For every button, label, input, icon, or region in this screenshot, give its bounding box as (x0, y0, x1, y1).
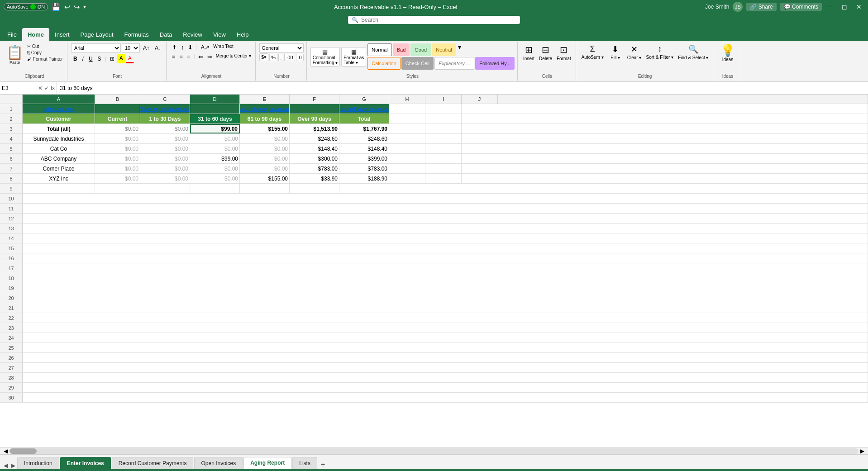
cell-a1[interactable]: Introduction (23, 104, 95, 114)
fill-button[interactable]: ⬇ Fill ▾ (606, 43, 625, 61)
cell-i2[interactable] (425, 114, 462, 124)
cell-f7[interactable]: $783.00 (290, 164, 339, 173)
tab-insert[interactable]: Insert (49, 28, 75, 41)
cell-empty[interactable] (23, 204, 868, 213)
cell-empty[interactable] (290, 184, 339, 193)
search-input[interactable] (361, 17, 516, 23)
scroll-sheets-next[interactable]: ▶ (10, 462, 17, 469)
cell-i1[interactable] (425, 104, 462, 114)
cell-empty[interactable] (23, 253, 868, 263)
sheet-grid[interactable]: 1 Introduction View open Invoices Record… (0, 104, 868, 447)
cell-e8[interactable]: $155.00 (240, 174, 290, 183)
insert-button[interactable]: ⊞ Insert (521, 43, 536, 62)
undo-icon[interactable]: ↩ (64, 3, 70, 11)
cell-j2[interactable] (462, 114, 868, 124)
wrap-text-button[interactable]: Wrap Text (212, 43, 235, 51)
tab-formulas[interactable]: Formulas (119, 28, 154, 41)
cell-c8[interactable]: $0.00 (140, 174, 190, 183)
format-as-table-button[interactable]: ▦ Format as Table ▾ (341, 47, 366, 67)
cell-i7[interactable] (425, 164, 462, 173)
cell-a8[interactable]: XYZ Inc (23, 174, 95, 183)
cell-empty[interactable] (23, 293, 868, 303)
styles-expand-button[interactable]: ▾ (457, 43, 462, 56)
cell-c4[interactable]: $0.00 (140, 134, 190, 143)
decrease-indent-button[interactable]: ⇐ (196, 53, 205, 61)
copy-button[interactable]: ⎘ Copy (26, 50, 64, 56)
align-right-button[interactable]: ≡ (185, 53, 192, 61)
cell-j3[interactable] (462, 124, 868, 133)
cell-d8[interactable]: $0.00 (190, 174, 240, 183)
sort-filter-button[interactable]: ↕ Sort & Filter ▾ (644, 43, 676, 61)
cell-g8[interactable]: $188.90 (339, 174, 389, 183)
border-button[interactable]: ⊞ (108, 55, 117, 63)
cell-b3[interactable]: $0.00 (95, 124, 140, 133)
cell-j5[interactable] (462, 144, 868, 153)
cell-i8[interactable] (425, 174, 462, 183)
cell-e5[interactable]: $0.00 (240, 144, 290, 153)
cell-c2[interactable]: 1 to 30 Days (140, 114, 190, 124)
cell-empty[interactable] (389, 184, 868, 193)
cell-d1[interactable] (190, 104, 240, 114)
cell-j6[interactable] (462, 154, 868, 163)
cell-a7[interactable]: Corner Place (23, 164, 95, 173)
cell-reference-box[interactable]: E3 (0, 82, 36, 94)
angle-text-button[interactable]: A↗ (199, 43, 212, 51)
redo-icon[interactable]: ↪ (74, 3, 80, 11)
cell-empty[interactable] (23, 233, 868, 243)
cell-d2[interactable]: 31 to 60 days (190, 114, 240, 124)
col-header-b[interactable]: B (95, 95, 140, 104)
cell-c5[interactable]: $0.00 (140, 144, 190, 153)
cell-j7[interactable] (462, 164, 868, 173)
font-size-select[interactable]: 10 (122, 43, 140, 52)
scrollbar-thumb[interactable] (10, 448, 37, 454)
underline-button[interactable]: U (86, 55, 95, 63)
delete-button[interactable]: ⊟ Delete (537, 43, 554, 62)
scroll-prev-button[interactable]: ◀ (2, 448, 10, 454)
align-center-button[interactable]: ≡ (178, 53, 185, 61)
cell-c1[interactable]: View open Invoices (140, 104, 190, 114)
col-header-i[interactable]: I (425, 95, 462, 104)
cell-e1[interactable]: Record/view payments (240, 104, 290, 114)
cell-empty[interactable] (23, 313, 868, 323)
cell-f4[interactable]: $248.60 (290, 134, 339, 143)
cell-e7[interactable]: $0.00 (240, 164, 290, 173)
scrollbar-track[interactable] (10, 448, 858, 454)
cell-f8[interactable]: $33.90 (290, 174, 339, 183)
cell-a3[interactable]: Total (all) (23, 124, 95, 133)
merge-center-button[interactable]: Merge & Center ▾ (215, 53, 253, 61)
cell-f6[interactable]: $300.00 (290, 154, 339, 163)
cell-h5[interactable] (389, 144, 425, 153)
cell-b1[interactable] (95, 104, 140, 114)
close-button[interactable]: ✕ (854, 2, 864, 11)
conditional-formatting-button[interactable]: ▤ Conditional Formatting ▾ (310, 47, 340, 67)
fill-color-button[interactable]: A (117, 54, 125, 63)
scroll-next-button[interactable]: ▶ (858, 448, 866, 454)
cell-i5[interactable] (425, 144, 462, 153)
cell-h4[interactable] (389, 134, 425, 143)
cell-empty[interactable] (23, 333, 868, 343)
cell-empty[interactable] (23, 323, 868, 333)
col-header-g[interactable]: G (339, 95, 389, 104)
cell-empty[interactable] (23, 353, 868, 362)
autosum-button[interactable]: Σ AutoSum ▾ (580, 43, 606, 61)
style-good[interactable]: Good (410, 43, 431, 56)
sheet-tab-aging-report[interactable]: Aging Report (243, 457, 291, 469)
col-header-a[interactable]: A (23, 95, 95, 104)
cell-empty[interactable] (190, 184, 240, 193)
cell-j8[interactable] (462, 174, 868, 183)
cell-empty[interactable] (23, 273, 868, 283)
sheet-tab-enter-invoices[interactable]: Enter Invoices (60, 457, 111, 469)
style-explanatory[interactable]: Explanatory ... (434, 57, 474, 70)
sheet-tab-record-payments[interactable]: Record Customer Payments (112, 457, 194, 469)
col-header-c[interactable]: C (140, 95, 190, 104)
cell-a6[interactable]: ABC Company (23, 154, 95, 163)
cell-empty[interactable] (95, 184, 140, 193)
cell-empty[interactable] (23, 263, 868, 273)
cell-b7[interactable]: $0.00 (95, 164, 140, 173)
cell-empty[interactable] (23, 184, 95, 193)
cell-h2[interactable] (389, 114, 425, 124)
comments-button[interactable]: 💬 Comments (780, 3, 822, 11)
cell-h1[interactable] (389, 104, 425, 114)
decrease-decimal-button[interactable]: .0 (296, 54, 304, 61)
style-normal[interactable]: Normal (367, 43, 391, 56)
